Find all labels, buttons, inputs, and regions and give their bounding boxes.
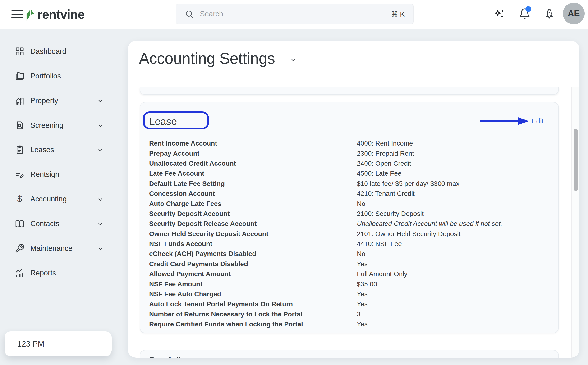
setting-label: Rent Income Account — [149, 140, 357, 147]
lease-section-title: Lease — [149, 116, 177, 127]
settings-row: NSF Funds Account4410: NSF Fee — [149, 239, 549, 249]
sidebar-item-label: Dashboard — [30, 47, 66, 56]
hamburger-menu-icon[interactable] — [11, 10, 23, 18]
setting-value: No — [357, 200, 365, 208]
scrollbar-track[interactable] — [571, 87, 580, 358]
sidebar-nav: Dashboard Portfolios Property — [0, 29, 128, 365]
rocket-icon[interactable] — [543, 8, 555, 20]
page-title-chevron-icon[interactable] — [289, 56, 298, 64]
reports-chart-icon — [14, 267, 25, 279]
setting-value: 3 — [357, 310, 361, 318]
chevron-down-icon — [97, 196, 104, 203]
setting-value: Yes — [357, 320, 368, 328]
settings-row: Default Late Fee Setting$10 late fee/ $5… — [149, 179, 549, 189]
settings-row: Owner Held Security Deposit Account2101:… — [149, 229, 549, 239]
setting-label: Default Late Fee Setting — [149, 180, 357, 188]
wrench-icon — [14, 243, 25, 254]
settings-row: Security Deposit Release AccountUnalloca… — [149, 219, 549, 229]
setting-value: Yes — [357, 290, 368, 298]
setting-value: 2100: Security Deposit — [357, 210, 424, 218]
settings-row: Prepay Account2300: Prepaid Rent — [149, 148, 549, 158]
setting-label: Auto Lock Tenant Portal Payments On Retu… — [149, 300, 357, 308]
ai-sparkles-icon[interactable] — [494, 8, 505, 20]
sidebar-item-label: Contacts — [30, 219, 59, 228]
brand-name: rentvine — [37, 7, 85, 21]
setting-label: Late Fee Account — [149, 170, 357, 177]
setting-value: No — [357, 250, 365, 258]
notification-badge-dot — [525, 6, 531, 12]
settings-row: Rent Income Account4000: Rent Income — [149, 138, 549, 148]
setting-label: Number of Returns Necessary to Lock the … — [149, 310, 357, 318]
sidebar-item-leases[interactable]: Leases — [14, 142, 109, 157]
sidebar-item-reports[interactable]: Reports — [14, 266, 109, 280]
folder-icon — [14, 71, 25, 82]
scrollbar-thumb[interactable] — [574, 129, 578, 191]
search-shortcut: ⌘ K — [391, 10, 405, 18]
search-placeholder: Search — [200, 10, 391, 18]
setting-label: Unallocated Credit Account — [149, 160, 357, 167]
lease-clipboard-icon — [14, 144, 25, 155]
dashboard-grid-icon — [14, 46, 25, 57]
setting-value: $35.00 — [357, 280, 377, 288]
setting-label: eCheck (ACH) Payments Disabled — [149, 250, 357, 258]
lease-edit-link[interactable]: Edit — [531, 117, 544, 125]
sidebar-item-label: Reports — [30, 269, 56, 277]
chevron-down-icon — [97, 147, 104, 154]
settings-row: eCheck (ACH) Payments DisabledNo — [149, 249, 549, 259]
portfolio-edit-link[interactable]: Edit — [531, 357, 544, 358]
user-avatar[interactable]: AE — [563, 3, 585, 24]
setting-value: 4000: Rent Income — [357, 140, 413, 147]
settings-row: Security Deposit Account2100: Security D… — [149, 209, 549, 219]
sidebar-item-screening[interactable]: Screening — [14, 118, 109, 133]
main-content-panel: Accounting Settings Lease Edit Rent Inco… — [128, 41, 580, 358]
setting-label: Security Deposit Release Account — [149, 220, 357, 228]
setting-label: Security Deposit Account — [149, 210, 357, 218]
setting-value: 4500: Late Fee — [357, 170, 401, 177]
rentsign-signature-icon — [14, 169, 25, 180]
sidebar-item-accounting[interactable]: $ Accounting — [14, 192, 109, 206]
settings-row: Allowed Payment AmountFull Amount Only — [149, 269, 549, 279]
chevron-down-icon — [97, 122, 104, 129]
sidebar-item-dashboard[interactable]: Dashboard — [14, 44, 109, 59]
setting-value: 2400: Open Credit — [357, 160, 411, 167]
previous-section-card-partial — [140, 87, 559, 95]
sidebar-item-label: Rentsign — [30, 170, 59, 179]
settings-row: NSF Fee Auto ChargedYes — [149, 289, 549, 299]
avatar-initials: AE — [568, 8, 580, 19]
setting-value: Yes — [357, 300, 368, 308]
settings-row: NSF Fee Amount$35.00 — [149, 279, 549, 289]
sidebar-item-contacts[interactable]: Contacts — [14, 216, 109, 231]
sidebar-item-portfolios[interactable]: Portfolios — [14, 69, 109, 84]
sidebar-item-maintenance[interactable]: Maintenance — [14, 241, 109, 256]
settings-row: Late Fee Account4500: Late Fee — [149, 168, 549, 178]
sidebar-item-label: Accounting — [30, 195, 67, 203]
setting-value: 2300: Prepaid Rent — [357, 150, 414, 157]
setting-label: NSF Fee Amount — [149, 280, 357, 288]
setting-value: 2101: Owner Held Security Deposit — [357, 230, 460, 238]
lease-settings-card: Lease Edit Rent Income Account4000: Rent… — [140, 102, 559, 333]
sidebar-item-label: Property — [30, 97, 58, 105]
setting-value: 4410: NSF Fee — [357, 240, 402, 248]
setting-label: Prepay Account — [149, 150, 357, 157]
svg-text:$: $ — [17, 194, 22, 204]
setting-value: $10 late fee/ $5 per day/ $300 max — [357, 180, 460, 188]
chevron-down-icon — [97, 98, 104, 105]
setting-value: Yes — [357, 260, 368, 268]
page-title: Accounting Settings — [139, 49, 275, 67]
brand-logo-icon — [26, 7, 35, 21]
lease-settings-rows: Rent Income Account4000: Rent IncomePrep… — [149, 138, 549, 329]
search-input[interactable]: Search ⌘ K — [176, 4, 414, 24]
portfolio-section-title: Portfolios — [149, 355, 191, 358]
sidebar-item-label: Maintenance — [30, 244, 72, 253]
setting-label: NSF Fee Auto Charged — [149, 290, 357, 298]
sidebar-item-rentsign[interactable]: Rentsign — [14, 167, 109, 182]
brand-logo[interactable]: rentvine — [26, 5, 85, 23]
search-icon — [185, 9, 194, 19]
setting-label: Concession Account — [149, 190, 357, 197]
settings-row: Credit Card Payments DisabledYes — [149, 259, 549, 269]
contacts-book-icon — [14, 218, 25, 229]
setting-label: NSF Funds Account — [149, 240, 357, 248]
chevron-down-icon — [97, 220, 104, 228]
settings-row: Number of Returns Necessary to Lock the … — [149, 309, 549, 319]
sidebar-item-property[interactable]: Property — [14, 93, 109, 108]
